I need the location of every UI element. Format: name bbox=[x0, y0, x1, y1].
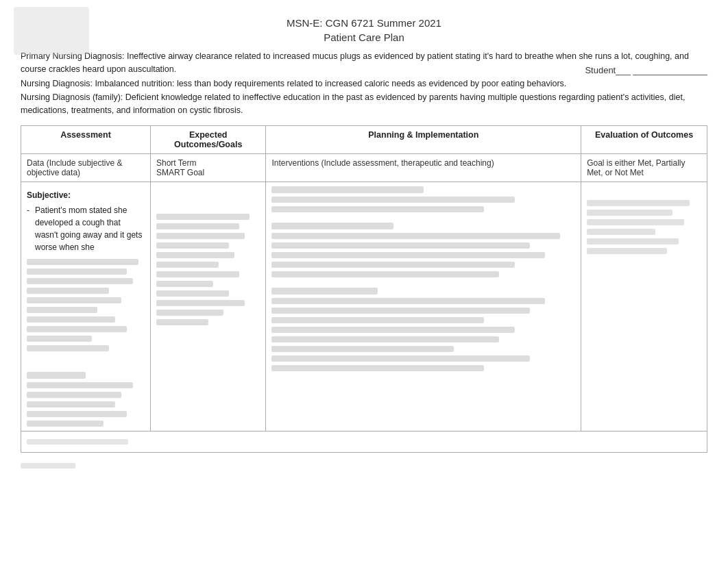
blur-line-6 bbox=[27, 307, 97, 313]
plan-b2-6 bbox=[271, 271, 499, 277]
blur-line-4 bbox=[27, 288, 109, 294]
plan-b2-4 bbox=[271, 252, 544, 258]
plan-b3-6 bbox=[271, 336, 499, 342]
exp-blur-2 bbox=[156, 223, 239, 229]
plan-b3-5 bbox=[271, 327, 514, 333]
exp-blur-10 bbox=[156, 300, 245, 306]
plan-blur-1 bbox=[271, 186, 423, 193]
eval-blur-4 bbox=[587, 229, 655, 235]
diagnoses-section: Primary Nursing Diagnosis: Ineffective a… bbox=[21, 50, 707, 117]
planning-blurred-2 bbox=[271, 223, 575, 277]
evaluation-blurred bbox=[587, 200, 701, 254]
blur-s2-6 bbox=[27, 421, 104, 427]
plan-b3-1 bbox=[271, 288, 378, 295]
patient-mom-text: Patient's mom stated she developed a cou… bbox=[35, 204, 145, 253]
footer-text-blurred bbox=[21, 463, 707, 468]
bullet-symbol: - bbox=[27, 204, 29, 253]
subheader-evaluation: Goal is either Met, Partially Met, or No… bbox=[581, 153, 707, 182]
foot-blur-1 bbox=[27, 439, 128, 445]
plan-b2-3 bbox=[271, 242, 529, 249]
page-container: MSN-E: CGN 6721 Summer 2021 Patient Care… bbox=[0, 0, 728, 563]
nursing-diagnosis-family: Nursing Diagnosis (family): Deficient kn… bbox=[21, 91, 707, 117]
blur-line-5 bbox=[27, 297, 121, 303]
header-subtitle: Patient Care Plan bbox=[287, 32, 441, 43]
student-line: Student___ _______________ bbox=[585, 65, 707, 75]
plan-b3-8 bbox=[271, 355, 529, 362]
expected-blurred bbox=[156, 214, 260, 325]
logo bbox=[14, 7, 89, 55]
plan-b3-2 bbox=[271, 298, 544, 304]
plan-b3-7 bbox=[271, 346, 454, 352]
plan-b3-4 bbox=[271, 317, 484, 323]
eval-blur-5 bbox=[587, 238, 679, 245]
blur-line-2 bbox=[27, 268, 127, 275]
exp-blur-5 bbox=[156, 252, 234, 258]
planning-cell bbox=[266, 182, 581, 431]
col-header-assessment: Assessment bbox=[21, 125, 151, 153]
plan-blur-2 bbox=[271, 197, 514, 203]
header-area: MSN-E: CGN 6721 Summer 2021 Patient Care… bbox=[21, 10, 707, 43]
exp-blur-9 bbox=[156, 290, 229, 297]
table-row: Subjective: - Patient's mom stated she d… bbox=[21, 182, 707, 431]
nursing-diagnosis-1: Nursing Diagnosis: Imbalanced nutrition:… bbox=[21, 77, 707, 90]
blur-s2-1 bbox=[27, 372, 86, 379]
smart-goal-label: SMART Goal bbox=[156, 168, 204, 177]
eval-blur-2 bbox=[587, 210, 672, 216]
col-header-evaluation: Evaluation of Outcomes bbox=[581, 125, 707, 153]
table-subheader-row: Data (Include subjective & objective dat… bbox=[21, 153, 707, 182]
table-footer-row bbox=[21, 431, 707, 452]
blur-s2-4 bbox=[27, 401, 115, 408]
main-table: Assessment Expected Outcomes/Goals Plann… bbox=[21, 125, 707, 453]
eval-blur-1 bbox=[587, 200, 690, 206]
plan-b2-1 bbox=[271, 223, 393, 229]
blur-s2-2 bbox=[27, 382, 133, 388]
assessment-blurred-content bbox=[27, 259, 145, 351]
exp-blur-1 bbox=[156, 214, 250, 220]
header-title: MSN-E: CGN 6721 Summer 2021 bbox=[287, 17, 441, 29]
subheader-assessment: Data (Include subjective & objective dat… bbox=[21, 153, 151, 182]
exp-blur-11 bbox=[156, 310, 223, 316]
subheader-expected: Short Term SMART Goal bbox=[150, 153, 266, 182]
footer-cell bbox=[21, 431, 707, 452]
assessment-subjective: Subjective: - Patient's mom stated she d… bbox=[27, 189, 145, 253]
evaluation-cell bbox=[581, 182, 707, 431]
blur-line-10 bbox=[27, 345, 109, 351]
plan-b3-9 bbox=[271, 365, 484, 371]
plan-blur-3 bbox=[271, 206, 484, 212]
subheader-planning: Interventions (Include assessment, thera… bbox=[266, 153, 581, 182]
exp-blur-6 bbox=[156, 262, 219, 268]
blur-s2-3 bbox=[27, 392, 121, 398]
blur-line-8 bbox=[27, 326, 127, 332]
bullet-item-1: - Patient's mom stated she developed a c… bbox=[27, 204, 145, 253]
expected-cell bbox=[150, 182, 266, 431]
exp-blur-12 bbox=[156, 319, 208, 325]
exp-blur-7 bbox=[156, 271, 239, 277]
col-header-expected: Expected Outcomes/Goals bbox=[150, 125, 266, 153]
planning-blurred-1 bbox=[271, 186, 575, 212]
blur-line-3 bbox=[27, 278, 133, 284]
blur-s2-5 bbox=[27, 411, 127, 417]
blur-line-1 bbox=[27, 259, 138, 265]
table-header-row: Assessment Expected Outcomes/Goals Plann… bbox=[21, 125, 707, 153]
assessment-cell: Subjective: - Patient's mom stated she d… bbox=[21, 182, 151, 431]
page-footer bbox=[21, 463, 707, 468]
plan-b2-5 bbox=[271, 262, 514, 268]
assessment-data: Subjective: - Patient's mom stated she d… bbox=[27, 189, 145, 351]
blur-line-9 bbox=[27, 336, 92, 342]
exp-blur-8 bbox=[156, 281, 213, 287]
exp-blur-3 bbox=[156, 233, 245, 239]
footer-blurred bbox=[27, 439, 701, 445]
blur-line-7 bbox=[27, 316, 115, 323]
eval-blur-3 bbox=[587, 219, 684, 225]
exp-blur-4 bbox=[156, 242, 229, 249]
header-center: MSN-E: CGN 6721 Summer 2021 Patient Care… bbox=[287, 17, 441, 43]
footer-line-1 bbox=[21, 463, 75, 468]
assessment-section2-blurred bbox=[27, 372, 145, 427]
eval-blur-6 bbox=[587, 248, 667, 254]
col-header-planning: Planning & Implementation bbox=[266, 125, 581, 153]
short-term-label: Short Term bbox=[156, 158, 196, 168]
plan-b3-3 bbox=[271, 308, 529, 314]
plan-b2-2 bbox=[271, 233, 560, 239]
planning-blurred-3 bbox=[271, 288, 575, 371]
subjective-label: Subjective: bbox=[27, 190, 71, 200]
